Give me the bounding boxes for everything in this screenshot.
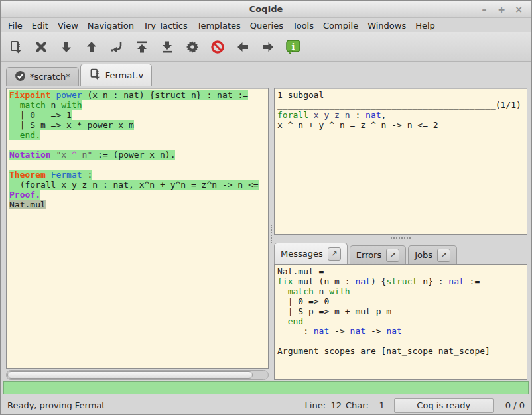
- save-button[interactable]: [6, 37, 26, 57]
- close-icon: [34, 40, 48, 54]
- page-save-icon: [89, 68, 101, 82]
- line-label: Line:: [305, 400, 326, 410]
- menu-item-windows[interactable]: Windows: [363, 19, 411, 32]
- progress-bar: [3, 381, 529, 394]
- tab-scratch[interactable]: *scratch*: [6, 67, 79, 86]
- code-line: Fixpoint power (x n : nat) {struct n} : …: [9, 90, 268, 100]
- char-label: Char:: [346, 400, 369, 410]
- horizontal-splitter[interactable]: [274, 235, 527, 241]
- menu-item-tools[interactable]: Tools: [288, 19, 318, 32]
- backward-step-button[interactable]: [82, 37, 101, 57]
- code-line: Nat.mul =: [277, 267, 527, 276]
- code-line: match n with: [9, 100, 268, 110]
- detach-icon[interactable]: ↗: [328, 247, 341, 261]
- arrow-down-bar-icon: [160, 40, 174, 54]
- code-line: x ^ n + y ^ n = z ^ n -> n <= 2: [277, 120, 527, 130]
- go-to-start-button[interactable]: [132, 37, 152, 57]
- forward-step-button[interactable]: [56, 37, 76, 57]
- code-line: Theorem Fermat :: [9, 170, 268, 180]
- tab-errors[interactable]: Errors ↗: [350, 245, 406, 264]
- code-line: (forall x y z n : nat, x^n + y^n = z^n -…: [9, 180, 268, 190]
- char-value: 1: [373, 400, 385, 410]
- arrow-left-icon: [235, 40, 250, 54]
- goals-panel[interactable]: 1 subgoal_______________________________…: [274, 88, 527, 235]
- detach-icon[interactable]: ↗: [437, 249, 450, 262]
- info-bubble-icon: i: [285, 39, 301, 55]
- menu-item-queries[interactable]: Queries: [245, 19, 288, 32]
- titlebar: CoqIde – + ×: [1, 1, 531, 18]
- coqide-window: CoqIde – + × FileEditViewNavigationTry T…: [0, 0, 532, 415]
- tab-label: Fermat.v: [105, 70, 143, 80]
- detach-icon[interactable]: ↗: [386, 249, 399, 262]
- menu-item-try-tactics[interactable]: Try Tactics: [139, 19, 192, 32]
- status-right: Line: 12 Char: 1 Coq is ready 0 / 0: [305, 398, 525, 413]
- coq-status-box: Coq is ready: [394, 398, 494, 413]
- code-line: end: [277, 316, 527, 326]
- tab-messages[interactable]: Messages ↗: [274, 243, 348, 264]
- status-message: Ready, proving Fermat: [7, 400, 105, 410]
- arrow-up-bar-icon: [135, 40, 149, 54]
- next-button[interactable]: [258, 37, 278, 57]
- proof-column: 1 subgoal_______________________________…: [274, 88, 527, 380]
- code-line: match n with: [277, 286, 527, 296]
- window-controls: – + ×: [478, 3, 531, 15]
- horizontal-scrollbar[interactable]: [6, 370, 269, 380]
- code-line: ________________________________________…: [277, 100, 527, 110]
- previous-button[interactable]: [233, 37, 253, 57]
- code-line: | 0 => 1: [9, 110, 268, 120]
- tab-label: Jobs: [415, 250, 432, 260]
- code-line: | S m => x * power x m: [9, 120, 268, 130]
- main-area: Fixpoint power (x n : nat) {struct n} : …: [1, 86, 531, 380]
- close-icon[interactable]: ×: [513, 3, 525, 15]
- menu-item-view[interactable]: View: [53, 19, 83, 32]
- code-line: end.: [9, 130, 268, 140]
- window-title: CoqIde: [1, 4, 531, 14]
- menubar: FileEditViewNavigationTry TacticsTemplat…: [1, 18, 531, 32]
- go-to-cursor-icon: [109, 40, 124, 54]
- close-buffer-button[interactable]: [31, 37, 51, 57]
- script-buffer[interactable]: Fixpoint power (x n : nat) {struct n} : …: [6, 88, 269, 369]
- worker-counter: 0 / 0: [503, 400, 525, 410]
- code-line: [9, 160, 268, 170]
- vertical-splitter[interactable]: [269, 88, 274, 380]
- code-line: Notation "x ^ n" := (power x n).: [9, 150, 268, 160]
- arrow-down-icon: [59, 40, 74, 54]
- code-line: Argument scopes are [nat_scope nat_scope…: [277, 346, 527, 356]
- menu-item-file[interactable]: File: [3, 19, 27, 32]
- minimize-icon[interactable]: –: [478, 3, 490, 15]
- code-line: 1 subgoal: [277, 90, 527, 100]
- maximize-icon[interactable]: +: [496, 3, 507, 15]
- script-column: Fixpoint power (x n : nat) {struct n} : …: [6, 88, 269, 380]
- splitter-handle-icon: [391, 237, 411, 239]
- message-tabbar: Messages ↗ Errors ↗ Jobs ↗: [274, 241, 527, 264]
- code-line: | 0 => 0: [277, 296, 527, 306]
- go-to-cursor-button[interactable]: [107, 37, 127, 57]
- menu-item-navigation[interactable]: Navigation: [83, 19, 139, 32]
- buffer-tabbar: *scratch* Fermat.v: [1, 62, 531, 86]
- tab-label: Errors: [356, 250, 381, 260]
- code-line: forall x y z n : nat,: [277, 110, 527, 120]
- go-to-end-button[interactable]: [157, 37, 177, 57]
- menu-item-help[interactable]: Help: [411, 19, 440, 32]
- splitter-handle-icon: [271, 225, 272, 243]
- messages-panel[interactable]: Nat.mul =fix mul (n m : nat) {struct n} …: [274, 264, 527, 380]
- tab-label: Messages: [281, 249, 323, 259]
- menu-item-edit[interactable]: Edit: [27, 19, 53, 32]
- interrupt-icon: [210, 40, 225, 54]
- tab-fermat[interactable]: Fermat.v: [80, 64, 152, 86]
- menu-item-compile[interactable]: Compile: [318, 19, 363, 32]
- arrow-right-icon: [261, 40, 275, 54]
- code-line: : nat -> nat -> nat: [277, 326, 527, 336]
- tab-jobs[interactable]: Jobs ↗: [408, 245, 457, 264]
- about-coq-button[interactable]: i: [283, 37, 303, 57]
- code-line: | S p => m + mul p m: [277, 306, 527, 316]
- arrow-up-icon: [84, 40, 99, 54]
- svg-text:i: i: [292, 42, 295, 52]
- toolbar: i: [1, 32, 531, 62]
- fully-check-button[interactable]: [182, 37, 202, 57]
- interrupt-button[interactable]: [208, 37, 228, 57]
- menu-item-templates[interactable]: Templates: [192, 19, 245, 32]
- code-line: [9, 140, 268, 150]
- tab-label: *scratch*: [30, 72, 70, 82]
- scrollbar-thumb[interactable]: [7, 371, 253, 379]
